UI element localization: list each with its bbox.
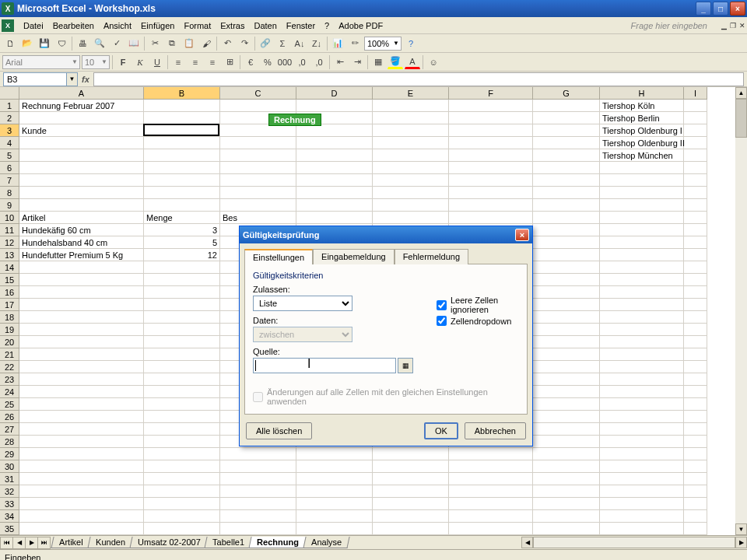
cell[interactable] xyxy=(19,112,144,124)
cell[interactable] xyxy=(19,324,144,336)
row-header[interactable]: 1 xyxy=(0,100,19,112)
cell[interactable]: Tiershop Berlin xyxy=(600,112,684,124)
cell[interactable] xyxy=(220,498,296,510)
cell[interactable] xyxy=(449,149,533,162)
cell[interactable] xyxy=(449,162,533,174)
underline-icon[interactable]: U xyxy=(149,54,165,69)
cell[interactable] xyxy=(600,510,684,523)
row-header[interactable]: 10 xyxy=(0,212,19,224)
cell[interactable] xyxy=(533,249,600,261)
cell[interactable] xyxy=(533,411,600,423)
menu-fenster[interactable]: Fenster xyxy=(282,19,320,32)
cell[interactable] xyxy=(533,485,600,498)
zulassen-select[interactable]: Liste xyxy=(253,296,352,311)
cell[interactable] xyxy=(144,149,220,162)
row-header[interactable]: 27 xyxy=(0,423,19,436)
cell[interactable] xyxy=(144,423,220,436)
cell[interactable] xyxy=(600,311,684,324)
row-header[interactable]: 28 xyxy=(0,436,19,448)
cell[interactable] xyxy=(600,324,684,336)
row-header[interactable]: 24 xyxy=(0,386,19,398)
cell[interactable] xyxy=(600,336,684,348)
cell[interactable] xyxy=(533,498,600,510)
cell[interactable] xyxy=(600,236,684,249)
cell[interactable] xyxy=(220,124,296,137)
hscroll-left-icon[interactable]: ◀ xyxy=(521,537,533,548)
row-header[interactable]: 3 xyxy=(0,124,19,137)
cell[interactable] xyxy=(19,149,144,162)
cell[interactable] xyxy=(144,299,220,311)
row-header[interactable]: 18 xyxy=(0,311,19,324)
cell[interactable] xyxy=(19,498,144,510)
row-header[interactable]: 31 xyxy=(0,473,19,485)
scroll-up-icon[interactable]: ▲ xyxy=(735,87,747,99)
cell[interactable] xyxy=(533,224,600,236)
cell[interactable] xyxy=(373,187,449,199)
cell[interactable] xyxy=(684,485,707,498)
row-header[interactable]: 5 xyxy=(0,149,19,162)
cell[interactable] xyxy=(144,336,220,348)
cell[interactable] xyxy=(144,124,220,137)
mdi-minimize[interactable]: ▁ xyxy=(721,22,727,30)
preview-icon[interactable]: 🔍 xyxy=(92,36,107,51)
cell[interactable] xyxy=(533,212,600,224)
cell[interactable] xyxy=(296,174,373,187)
cell[interactable] xyxy=(19,199,144,212)
cell[interactable] xyxy=(144,348,220,361)
cell[interactable] xyxy=(220,523,296,535)
cell[interactable] xyxy=(373,137,449,149)
cell[interactable]: Hundehalsband 40 cm xyxy=(19,236,144,249)
tab-nav-prev-icon[interactable]: ◀ xyxy=(12,537,25,549)
row-header[interactable]: 15 xyxy=(0,274,19,286)
cell[interactable] xyxy=(449,199,533,212)
cell[interactable] xyxy=(684,523,707,535)
cell[interactable] xyxy=(684,162,707,174)
dialog-titlebar[interactable]: Gültigkeitsprüfung × xyxy=(240,226,532,243)
cell[interactable] xyxy=(684,361,707,373)
col-header[interactable]: D xyxy=(296,87,373,100)
chart-icon[interactable]: 📊 xyxy=(330,36,345,51)
cell[interactable] xyxy=(533,149,600,162)
cell[interactable]: 5 xyxy=(144,236,220,249)
cell[interactable] xyxy=(600,460,684,473)
cell[interactable] xyxy=(684,236,707,249)
row-header[interactable]: 16 xyxy=(0,286,19,299)
cell[interactable] xyxy=(600,187,684,199)
cell[interactable] xyxy=(600,498,684,510)
fx-icon[interactable]: fx xyxy=(78,75,93,84)
worksheet[interactable]: ABCDEFGHI 123456789101112131415161718192… xyxy=(0,87,747,535)
row-header[interactable]: 20 xyxy=(0,336,19,348)
hscroll-track[interactable] xyxy=(533,537,735,548)
cell[interactable] xyxy=(600,485,684,498)
cell[interactable] xyxy=(19,460,144,473)
cell[interactable] xyxy=(449,124,533,137)
cell[interactable] xyxy=(684,498,707,510)
cell[interactable] xyxy=(220,149,296,162)
col-header[interactable]: C xyxy=(220,87,296,100)
percent-icon[interactable]: % xyxy=(260,54,275,69)
sheet-tab[interactable]: Tabelle1 xyxy=(205,537,253,548)
cell[interactable] xyxy=(19,373,144,386)
cell[interactable] xyxy=(684,261,707,274)
cell[interactable] xyxy=(144,373,220,386)
cell[interactable]: 3 xyxy=(144,224,220,236)
font-color-icon[interactable]: A xyxy=(405,54,420,69)
open-icon[interactable]: 📂 xyxy=(19,36,35,51)
tab-nav-next-icon[interactable]: ▶ xyxy=(25,537,37,549)
save-icon[interactable]: 💾 xyxy=(37,36,52,51)
cell[interactable] xyxy=(600,162,684,174)
cell[interactable] xyxy=(684,274,707,286)
cell[interactable] xyxy=(684,423,707,436)
cell[interactable] xyxy=(19,485,144,498)
cell[interactable] xyxy=(296,124,373,137)
row-header[interactable]: 23 xyxy=(0,373,19,386)
cell[interactable] xyxy=(684,336,707,348)
cell[interactable] xyxy=(533,473,600,485)
smiley-icon[interactable]: ☺ xyxy=(426,54,441,69)
cell[interactable] xyxy=(19,411,144,423)
row-header[interactable]: 19 xyxy=(0,324,19,336)
cell[interactable] xyxy=(373,485,449,498)
cell[interactable] xyxy=(220,100,296,112)
cell[interactable] xyxy=(449,510,533,523)
cell[interactable] xyxy=(684,137,707,149)
